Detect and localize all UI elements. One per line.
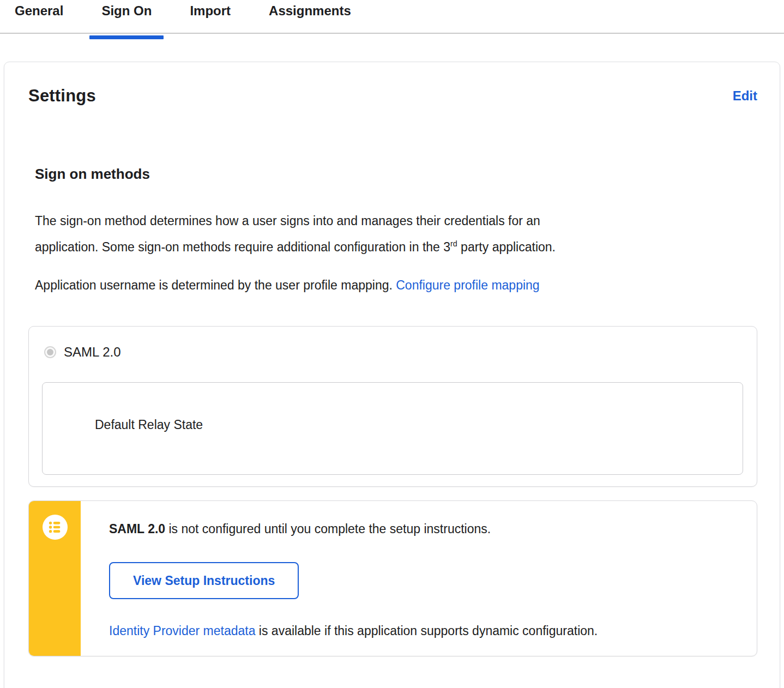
- description-line-2: application. Some sign-on methods requir…: [35, 240, 450, 254]
- default-relay-state-label: Default Relay State: [95, 418, 203, 432]
- saml-radio-label: SAML 2.0: [64, 345, 121, 360]
- description-line-1: The sign-on method determines how a user…: [35, 214, 540, 228]
- saml-radio-row: SAML 2.0: [29, 327, 757, 360]
- setup-instructions-callout: SAML 2.0 is not configured until you com…: [28, 500, 757, 656]
- tab-bar: General Sign On Import Assignments: [0, 0, 784, 34]
- username-description: Application username is determined by th…: [35, 272, 722, 298]
- tab-assignments[interactable]: Assignments: [269, 3, 351, 34]
- configure-profile-mapping-link[interactable]: Configure profile mapping: [396, 278, 539, 292]
- tab-general[interactable]: General: [15, 3, 63, 34]
- metadata-message: Identity Provider metadata is available …: [109, 623, 735, 638]
- callout-message-text: is not configured until you complete the…: [165, 522, 491, 536]
- callout-body: SAML 2.0 is not configured until you com…: [81, 501, 757, 656]
- list-icon: [43, 515, 68, 540]
- edit-button[interactable]: Edit: [733, 88, 757, 104]
- default-relay-state-box: Default Relay State: [42, 382, 743, 475]
- metadata-message-text: is available if this application support…: [255, 624, 598, 638]
- view-setup-instructions-button[interactable]: View Setup Instructions: [109, 562, 299, 599]
- description-line-2-end: party application.: [457, 240, 556, 254]
- sign-on-description: The sign-on method determines how a user…: [35, 208, 722, 260]
- username-description-text: Application username is determined by th…: [35, 278, 396, 292]
- saml-radio-button[interactable]: [44, 346, 56, 358]
- sign-on-methods-heading: Sign on methods: [35, 166, 757, 183]
- settings-card: Settings Edit Sign on methods The sign-o…: [4, 62, 780, 688]
- tab-sign-on[interactable]: Sign On: [101, 3, 152, 34]
- callout-message: SAML 2.0 is not configured until you com…: [109, 521, 735, 536]
- radio-dot: [47, 349, 53, 355]
- tab-import[interactable]: Import: [190, 3, 231, 34]
- callout-message-bold: SAML 2.0: [109, 522, 165, 536]
- callout-warning-strip: [29, 501, 81, 656]
- saml-method-box: SAML 2.0 Default Relay State: [28, 326, 757, 487]
- ordinal-superscript: rd: [450, 239, 457, 248]
- identity-provider-metadata-link[interactable]: Identity Provider metadata: [109, 624, 255, 638]
- settings-card-header: Settings Edit: [28, 86, 757, 106]
- page-title: Settings: [28, 86, 96, 106]
